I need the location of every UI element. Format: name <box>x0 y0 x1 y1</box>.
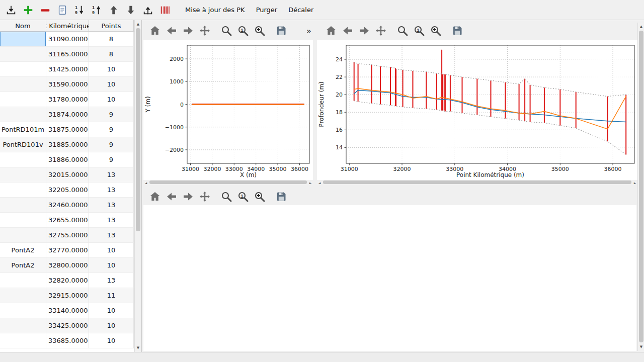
profile-chart[interactable]: 3100032000330003400035000360001416182022… <box>317 40 637 180</box>
cell-points[interactable]: 10 <box>89 62 134 77</box>
profiles-button[interactable] <box>157 3 173 18</box>
zoom-button[interactable] <box>396 24 409 37</box>
cell-nom[interactable] <box>0 77 46 92</box>
cell-nom[interactable]: PontRD101v <box>0 137 46 152</box>
table-row[interactable]: 33425.000010 <box>0 318 141 333</box>
zoom-one-button[interactable]: 1 <box>413 24 426 37</box>
cell-pk[interactable]: 31165.0000 <box>46 47 89 62</box>
scroll-handle[interactable] <box>323 180 631 184</box>
cell-nom[interactable] <box>0 333 46 348</box>
toolbar-overflow-button[interactable]: » <box>306 24 311 37</box>
scroll-handle[interactable] <box>639 31 643 342</box>
cell-points[interactable]: 13 <box>89 183 134 198</box>
cell-pk[interactable]: 31875.0000 <box>46 122 89 137</box>
cell-nom[interactable] <box>0 273 46 288</box>
back-button[interactable] <box>341 24 354 37</box>
table-row[interactable]: 32460.000013 <box>0 198 141 213</box>
cell-pk[interactable]: 32800.0000 <box>46 258 89 273</box>
zoom-button[interactable] <box>220 190 233 203</box>
purge-button[interactable]: Purger <box>251 3 283 18</box>
cell-pk[interactable]: 32015.0000 <box>46 167 89 183</box>
save-figure-button[interactable] <box>275 24 288 37</box>
cell-pk[interactable]: 33425.0000 <box>46 318 89 333</box>
cell-nom[interactable] <box>0 92 46 107</box>
cell-nom[interactable]: PontRD101m <box>0 122 46 137</box>
cell-nom[interactable]: PontA2 <box>0 243 46 258</box>
table-row[interactable]: 32915.000011 <box>0 288 141 303</box>
cell-pk[interactable]: 32755.0000 <box>46 228 89 243</box>
cell-points[interactable]: 9 <box>89 152 134 167</box>
table-row[interactable]: 31090.00008 <box>0 32 141 47</box>
sort-descending-button[interactable]: 19 <box>89 3 105 18</box>
cell-points[interactable]: 10 <box>89 318 134 333</box>
cell-points[interactable]: 10 <box>89 243 134 258</box>
cell-pk[interactable]: 32770.0000 <box>46 243 89 258</box>
cell-pk[interactable]: 31425.0000 <box>46 62 89 77</box>
table-row[interactable]: PontA232800.000010 <box>0 258 141 273</box>
cell-nom[interactable] <box>0 152 46 167</box>
cell-nom[interactable] <box>0 107 46 122</box>
cell-nom[interactable] <box>0 213 46 228</box>
table-row[interactable]: 31425.000010 <box>0 62 141 77</box>
zoom-one-button[interactable]: 1 <box>236 24 250 37</box>
table-row[interactable]: 32820.000013 <box>0 273 141 288</box>
scroll-handle[interactable] <box>149 180 307 184</box>
cell-pk[interactable]: 32820.0000 <box>46 273 89 288</box>
scroll-left-icon[interactable]: ◄ <box>143 180 148 185</box>
cell-pk[interactable]: 32205.0000 <box>46 183 89 198</box>
cell-pk[interactable]: 33685.0000 <box>46 333 89 348</box>
cell-points[interactable]: 9 <box>89 137 134 152</box>
cell-nom[interactable] <box>0 47 46 62</box>
table-row[interactable]: 32755.000013 <box>0 228 141 243</box>
cell-pk[interactable]: 31886.0000 <box>46 152 89 167</box>
cell-nom[interactable] <box>0 288 46 303</box>
cell-pk[interactable]: 32655.0000 <box>46 213 89 228</box>
scroll-left-icon[interactable]: ◄ <box>317 180 322 185</box>
cell-points[interactable]: 13 <box>89 228 134 243</box>
table-row[interactable]: 31886.00009 <box>0 152 141 167</box>
zoom-region-button[interactable] <box>253 24 266 37</box>
scroll-handle[interactable] <box>136 28 140 231</box>
cell-nom[interactable] <box>0 303 46 318</box>
save-figure-button[interactable] <box>451 24 464 37</box>
cell-points[interactable]: 13 <box>89 213 134 228</box>
trajectory-hscrollbar[interactable]: ◄ ► <box>143 180 313 185</box>
cell-pk[interactable]: 32460.0000 <box>46 198 89 213</box>
pan-button[interactable] <box>198 190 211 203</box>
cell-points[interactable]: 10 <box>89 77 134 92</box>
export-button[interactable] <box>140 3 156 18</box>
cell-pk[interactable]: 31590.0000 <box>46 77 89 92</box>
add-row-button[interactable] <box>20 3 36 18</box>
scroll-right-icon[interactable]: ► <box>632 180 637 185</box>
cell-nom[interactable]: PontA2 <box>0 258 46 273</box>
home-button[interactable] <box>148 190 162 203</box>
cell-nom[interactable] <box>0 32 46 47</box>
cell-nom[interactable] <box>0 228 46 243</box>
cell-pk[interactable]: 31874.0000 <box>46 107 89 122</box>
forward-button[interactable] <box>182 24 195 37</box>
remove-row-button[interactable] <box>37 3 53 18</box>
cell-points[interactable]: 10 <box>89 258 134 273</box>
table-row[interactable]: 31590.000010 <box>0 77 141 92</box>
pan-button[interactable] <box>374 24 387 37</box>
home-button[interactable] <box>148 24 162 37</box>
table-row[interactable]: PontA232770.000010 <box>0 243 141 258</box>
edit-document-button[interactable] <box>54 3 70 18</box>
cell-points[interactable]: 10 <box>89 92 134 107</box>
zoom-one-button[interactable]: 1 <box>236 190 250 203</box>
zoom-region-button[interactable] <box>253 190 266 203</box>
table-row[interactable]: PontRD101v31885.00009 <box>0 137 141 152</box>
table-row[interactable]: 32015.000013 <box>0 167 141 183</box>
table-row[interactable]: 33685.000010 <box>0 333 141 348</box>
scroll-down-icon[interactable]: ▼ <box>638 343 644 350</box>
cell-points[interactable]: 8 <box>89 32 134 47</box>
table-row[interactable]: 32655.000013 <box>0 213 141 228</box>
zoom-button[interactable] <box>220 24 233 37</box>
cell-pk[interactable]: 31885.0000 <box>46 137 89 152</box>
scroll-right-icon[interactable]: ► <box>308 180 313 185</box>
table-row[interactable]: 31165.00008 <box>0 47 141 62</box>
cell-points[interactable]: 13 <box>89 198 134 213</box>
home-button[interactable] <box>325 24 338 37</box>
forward-button[interactable] <box>182 190 195 203</box>
import-button[interactable] <box>3 3 19 18</box>
